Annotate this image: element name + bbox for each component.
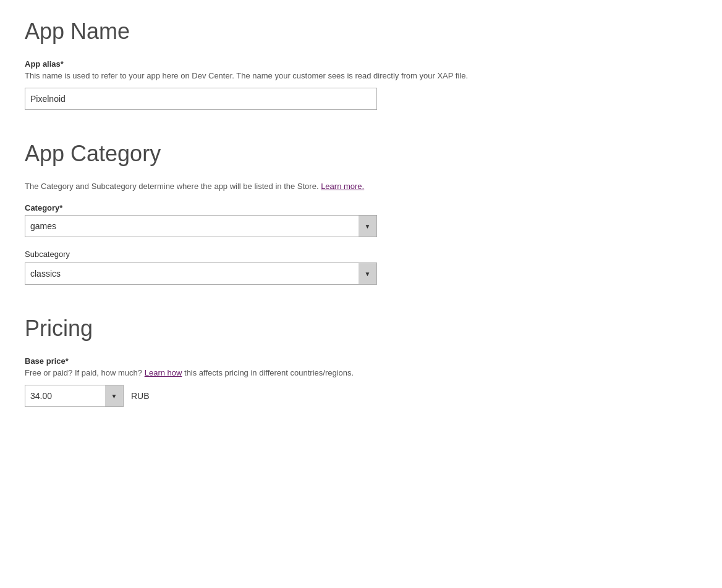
- base-price-label: Base price*: [25, 356, 697, 366]
- pricing-title: Pricing: [25, 316, 697, 342]
- app-category-title: App Category: [25, 141, 697, 167]
- app-alias-description: This name is used to refer to your app h…: [25, 71, 697, 80]
- category-select[interactable]: games entertainment music & videos produ…: [25, 215, 377, 237]
- category-label: Category*: [25, 203, 697, 212]
- category-select-wrapper: games entertainment music & videos produ…: [25, 215, 377, 237]
- app-category-section: App Category The Category and Subcategor…: [25, 141, 697, 285]
- base-price-description: Free or paid? If paid, how much? Learn h…: [25, 368, 697, 377]
- learn-how-link[interactable]: Learn how: [145, 368, 182, 377]
- price-select-wrapper: 0.00 (Free) 34.00 68.00 102.00 136.00: [25, 385, 124, 407]
- category-field: Category*: [25, 203, 697, 212]
- app-name-section: App Name App alias* This name is used to…: [25, 19, 697, 110]
- base-price-field: Base price* Free or paid? If paid, how m…: [25, 356, 697, 407]
- app-alias-label: App alias*: [25, 59, 697, 69]
- price-row: 0.00 (Free) 34.00 68.00 102.00 136.00 RU…: [25, 385, 697, 407]
- subcategory-field: Subcategory classics action & adventure …: [25, 250, 697, 285]
- category-description: The Category and Subcategory determine w…: [25, 182, 697, 191]
- pricing-section: Pricing Base price* Free or paid? If pai…: [25, 316, 697, 407]
- app-alias-input[interactable]: [25, 88, 377, 110]
- currency-label: RUB: [131, 391, 150, 401]
- subcategory-select[interactable]: classics action & adventure card & board…: [25, 262, 377, 285]
- category-learn-more-link[interactable]: Learn more.: [321, 182, 364, 191]
- app-alias-field: App alias* This name is used to refer to…: [25, 59, 697, 110]
- subcategory-select-wrapper: classics action & adventure card & board…: [25, 262, 377, 285]
- app-name-title: App Name: [25, 19, 697, 44]
- price-select[interactable]: 0.00 (Free) 34.00 68.00 102.00 136.00: [25, 385, 124, 407]
- subcategory-label: Subcategory: [25, 250, 697, 259]
